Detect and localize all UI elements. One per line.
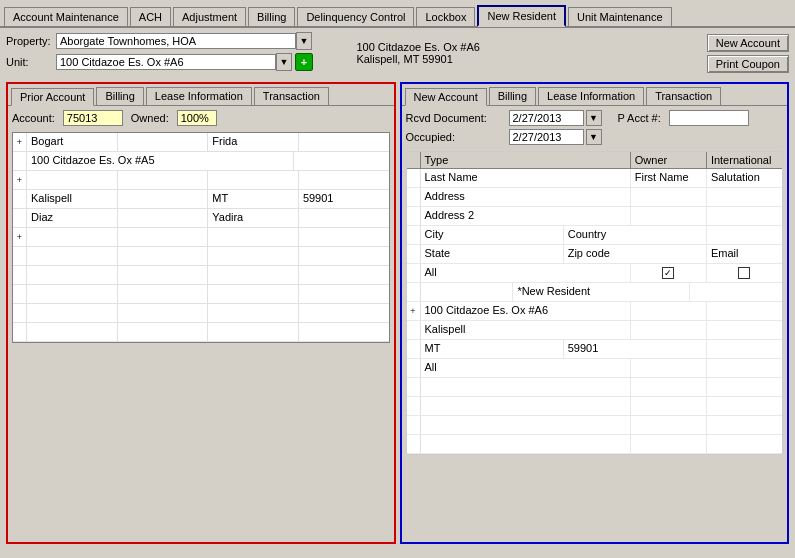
right-tab-billing[interactable]: Billing bbox=[489, 87, 536, 105]
rg-cell-all2: All bbox=[421, 359, 631, 377]
grid-cell-city: Kalispell bbox=[27, 190, 118, 208]
tab-lockbox[interactable]: Lockbox bbox=[416, 7, 475, 26]
expand-btn-right-empty7 bbox=[407, 283, 421, 301]
owned-input[interactable] bbox=[177, 110, 217, 126]
rg-cell-address-val: 100 Citdazoe Es. Ox #A6 bbox=[421, 302, 631, 320]
new-account-button[interactable]: New Account bbox=[707, 34, 789, 52]
expand-btn-right-empty4 bbox=[407, 226, 421, 244]
table-row: Kalispell bbox=[407, 321, 783, 340]
property-input[interactable] bbox=[56, 33, 296, 49]
rcvd-date-dropdown[interactable]: ▼ bbox=[586, 110, 602, 126]
property-dropdown[interactable]: ▼ bbox=[296, 32, 312, 50]
rg-cell-empty17 bbox=[707, 378, 782, 396]
rg-cell-email: Email bbox=[707, 245, 782, 263]
expand-btn-right-empty10 bbox=[407, 359, 421, 377]
expand-btn-right-empty5 bbox=[407, 245, 421, 263]
tab-billing[interactable]: Billing bbox=[248, 7, 295, 26]
rg-cell-city: City bbox=[421, 226, 564, 244]
tab-new-resident[interactable]: New Resident bbox=[477, 5, 565, 27]
rcvd-date-wrapper: ▼ bbox=[509, 110, 602, 126]
rg-cell-salutation: Salutation bbox=[707, 169, 782, 187]
left-tab-transaction[interactable]: Transaction bbox=[254, 87, 329, 105]
left-grid: + Bogart Frida 100 Citdazoe Es. Ox #A5 bbox=[12, 130, 390, 343]
add-unit-button[interactable]: + bbox=[295, 53, 313, 71]
owned-label: Owned: bbox=[131, 112, 169, 124]
rg-cell-firstname: First Name bbox=[631, 169, 707, 187]
left-data-grid: + Bogart Frida 100 Citdazoe Es. Ox #A5 bbox=[12, 132, 390, 343]
unit-dropdown[interactable]: ▼ bbox=[276, 53, 292, 71]
rg-cell-checkbox-checked[interactable]: ✓ bbox=[631, 264, 707, 282]
print-coupon-button[interactable]: Print Coupon bbox=[707, 55, 789, 73]
tab-delinquency-control[interactable]: Delinquency Control bbox=[297, 7, 414, 26]
pacct-input[interactable] bbox=[669, 110, 749, 126]
rg-cell-empty12 bbox=[707, 340, 782, 358]
rcvd-date-input[interactable] bbox=[509, 110, 584, 126]
grid-cell-state: MT bbox=[208, 190, 299, 208]
table-row: + bbox=[13, 171, 389, 190]
expand-btn-right2[interactable]: + bbox=[407, 302, 421, 320]
header-area: Property: ▼ Unit: ▼ + 100 Citdazoe Es. O… bbox=[0, 28, 795, 78]
right-tab-transaction[interactable]: Transaction bbox=[646, 87, 721, 105]
header-left: Property: ▼ Unit: ▼ + bbox=[6, 32, 352, 74]
grid-cell bbox=[208, 266, 299, 284]
grid-cell bbox=[208, 323, 299, 341]
grid-cell bbox=[299, 171, 389, 189]
address-line2: Kalispell, MT 59901 bbox=[356, 53, 702, 65]
right-tab-new-account[interactable]: New Account bbox=[405, 88, 487, 106]
address-line1: 100 Citdazoe Es. Ox #A6 bbox=[356, 41, 702, 53]
account-input[interactable] bbox=[63, 110, 123, 126]
rg-cell-checkbox-unchecked[interactable] bbox=[707, 264, 782, 282]
rg-cell-city-val: Kalispell bbox=[421, 321, 631, 339]
header-right: New Account Print Coupon bbox=[707, 34, 789, 73]
rg-cell-empty5 bbox=[707, 226, 782, 244]
rg-cell-empty8 bbox=[631, 302, 707, 320]
rg-cell-empty10 bbox=[631, 321, 707, 339]
grid-cell bbox=[299, 304, 389, 322]
grid-cell bbox=[27, 304, 118, 322]
expand-btn-empty5 bbox=[13, 266, 27, 284]
rg-cell-empty9 bbox=[707, 302, 782, 320]
expand-btn-empty6 bbox=[13, 285, 27, 303]
table-row: Address bbox=[407, 188, 783, 207]
checkbox-unchecked[interactable] bbox=[738, 267, 750, 279]
tab-account-maintenance[interactable]: Account Maintenance bbox=[4, 7, 128, 26]
grid-cell bbox=[208, 247, 299, 265]
left-tab-billing[interactable]: Billing bbox=[96, 87, 143, 105]
grid-cell bbox=[299, 133, 389, 151]
grid-cell bbox=[299, 247, 389, 265]
occupied-date-input[interactable] bbox=[509, 129, 584, 145]
grid-cell bbox=[299, 323, 389, 341]
occupied-date-wrapper: ▼ bbox=[509, 129, 602, 145]
grid-cell bbox=[118, 133, 209, 151]
grid-cell bbox=[118, 171, 209, 189]
unit-label: Unit: bbox=[6, 56, 56, 68]
rg-cell-empty7 bbox=[690, 283, 782, 301]
table-row bbox=[13, 285, 389, 304]
grid-cell bbox=[208, 228, 299, 246]
expand-btn2[interactable]: + bbox=[13, 171, 27, 189]
tab-ach[interactable]: ACH bbox=[130, 7, 171, 26]
left-tab-lease-information[interactable]: Lease Information bbox=[146, 87, 252, 105]
table-row: + Bogart Frida bbox=[13, 133, 389, 152]
expand-btn[interactable]: + bbox=[13, 133, 27, 151]
top-tab-bar: Account Maintenance ACH Adjustment Billi… bbox=[0, 0, 795, 28]
checkbox-checked[interactable]: ✓ bbox=[662, 267, 674, 279]
left-tab-prior-account[interactable]: Prior Account bbox=[11, 88, 94, 106]
grid-cell: Frida bbox=[208, 133, 299, 151]
grid-cell bbox=[27, 171, 118, 189]
rg-cell-empty24 bbox=[421, 435, 631, 453]
right-tab-lease-information[interactable]: Lease Information bbox=[538, 87, 644, 105]
rg-cell-empty23 bbox=[707, 416, 782, 434]
occupied-date-dropdown[interactable]: ▼ bbox=[586, 129, 602, 145]
rg-cell-new-resident: *New Resident bbox=[513, 283, 690, 301]
occupied-row: Occupied: ▼ bbox=[406, 129, 784, 145]
tab-unit-maintenance[interactable]: Unit Maintenance bbox=[568, 7, 672, 26]
grid-cell bbox=[294, 152, 388, 170]
rcvd-row: Rcvd Document: ▼ P Acct #: bbox=[406, 110, 784, 126]
expand-btn3[interactable]: + bbox=[13, 228, 27, 246]
tab-adjustment[interactable]: Adjustment bbox=[173, 7, 246, 26]
unit-input[interactable] bbox=[56, 54, 276, 70]
property-row: Property: ▼ bbox=[6, 32, 352, 50]
grid-cell bbox=[27, 247, 118, 265]
table-row: Last Name First Name Salutation bbox=[407, 169, 783, 188]
